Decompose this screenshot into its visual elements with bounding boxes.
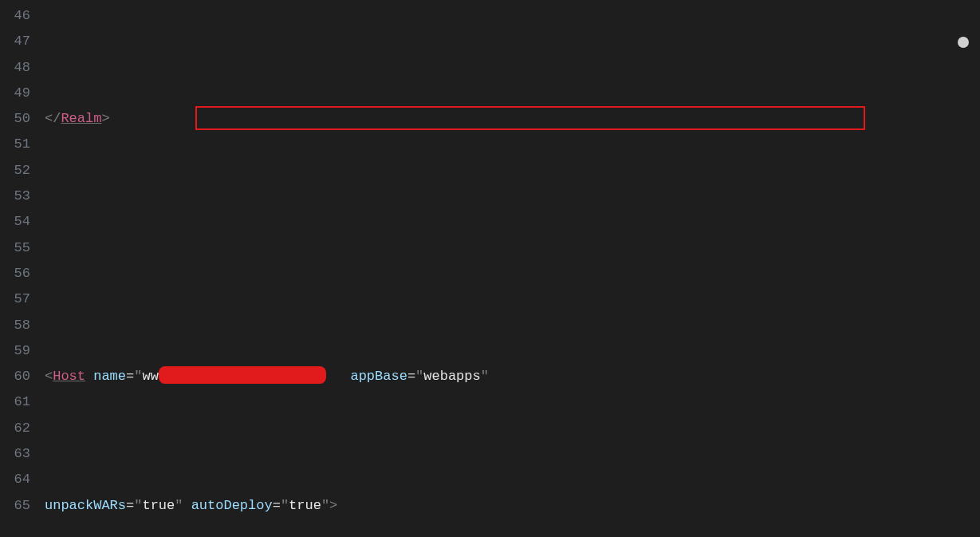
attr-value: true — [289, 498, 321, 513]
line-number: 50 — [0, 106, 30, 132]
line-number: 54 — [0, 209, 30, 235]
line-number: 48 — [0, 55, 30, 81]
line-number: 49 — [0, 81, 30, 106]
line-number: 58 — [0, 313, 30, 338]
line-number: 63 — [0, 441, 30, 467]
attr-value: true — [142, 498, 175, 513]
line-number: 56 — [0, 261, 30, 286]
line-number: 53 — [0, 184, 30, 209]
line-number: 59 — [0, 338, 30, 364]
code-area[interactable]: </Realm> <Host name="ww appBase="webapps… — [45, 0, 980, 537]
code-editor[interactable]: 46 47 48 49 50 51 52 53 54 55 56 57 58 5… — [0, 0, 980, 537]
code-line[interactable]: <Host name="ww appBase="webapps" — [45, 364, 980, 389]
line-number: 62 — [0, 416, 30, 441]
line-number-gutter: 46 47 48 49 50 51 52 53 54 55 56 57 58 5… — [0, 0, 45, 537]
tag-name: Host — [53, 369, 85, 384]
line-number: 57 — [0, 286, 30, 312]
attr-value: ww — [142, 369, 158, 384]
code-line[interactable]: </Realm> — [45, 106, 980, 132]
attr-value: webapps — [423, 369, 480, 384]
line-number: 65 — [0, 493, 30, 519]
line-number: 64 — [0, 467, 30, 492]
line-number: 55 — [0, 235, 30, 261]
tag-bracket: < — [45, 369, 53, 384]
code-line[interactable] — [45, 235, 980, 261]
attr-name: autoDeploy — [191, 498, 273, 513]
line-number: 46 — [0, 3, 30, 29]
tag-bracket: > — [329, 498, 337, 513]
line-number: 60 — [0, 364, 30, 389]
tag-bracket: </ — [45, 111, 61, 126]
attr-name: name — [93, 369, 126, 384]
tag-bracket: > — [101, 111, 109, 126]
redacted-block — [159, 366, 326, 384]
scroll-indicator-icon — [958, 37, 969, 48]
attr-name: appBase — [350, 369, 407, 384]
line-number: 47 — [0, 29, 30, 54]
attr-name: unpackWARs — [45, 498, 126, 513]
line-number: 52 — [0, 158, 30, 184]
tag-name: Realm — [61, 111, 101, 126]
line-number: 61 — [0, 389, 30, 415]
code-line[interactable]: unpackWARs="true" autoDeploy="true"> — [45, 493, 980, 519]
line-number: 51 — [0, 132, 30, 157]
